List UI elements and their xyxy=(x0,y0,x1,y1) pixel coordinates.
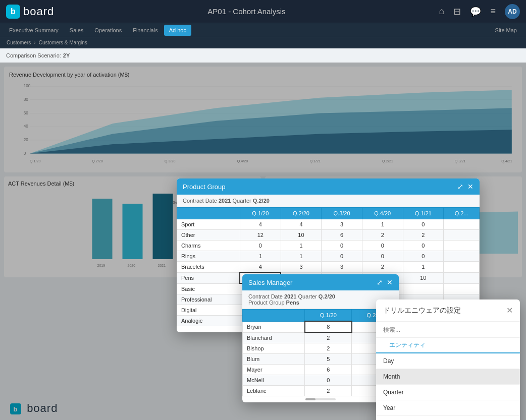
avatar[interactable]: AD xyxy=(505,4,520,19)
drill-section-customer: Customer xyxy=(376,416,520,420)
sales-manager-table: Q.1/20 Q.2/20 Bryan8 Blanchard2 Bishop2 … xyxy=(242,309,399,396)
table-row: Other1210622 xyxy=(177,230,480,241)
sales-manager-title: Sales Manager xyxy=(248,279,292,286)
subnav-financials[interactable]: Financials xyxy=(128,25,163,36)
app-title: AP01 - Cohort Analysis xyxy=(54,7,439,16)
col-header-q2-20: Q.2/20 xyxy=(281,208,322,219)
breadcrumb: Customers › Customers & Margins xyxy=(0,37,526,48)
col-header-q1-20: Q.1/20 xyxy=(240,208,281,219)
home-icon[interactable]: ⌂ xyxy=(439,6,445,17)
scenario-bar: Comparison Scenario: 2Y xyxy=(0,48,526,63)
subnav-adhoc[interactable]: Ad hoc xyxy=(164,25,191,36)
sales-manager-table-wrapper: Q.1/20 Q.2/20 Bryan8 Blanchard2 Bishop2 … xyxy=(242,309,399,396)
col-header-q4-20: Q.4/20 xyxy=(362,208,403,219)
table-row: Leblanc2 xyxy=(243,386,399,396)
table-row: Bracelets43321 xyxy=(177,262,480,273)
inbox-icon[interactable]: ⊟ xyxy=(453,6,461,17)
product-group-modal-header: Product Group ⤢ ✕ xyxy=(177,178,480,195)
sales-manager-subtitle: Contract Date 2021 Quarter Q.2/20 Produc… xyxy=(242,290,399,309)
breadcrumb-customers-margins[interactable]: Customers & Margins xyxy=(39,40,87,45)
product-group-header-icons: ⤢ ✕ xyxy=(457,183,474,191)
breadcrumb-customers[interactable]: Customers xyxy=(7,40,31,45)
drill-search-container xyxy=(376,322,520,338)
site-map-link[interactable]: Site Map xyxy=(490,25,522,36)
drill-item-year[interactable]: Year xyxy=(376,400,520,416)
product-group-title: Product Group xyxy=(183,183,226,191)
col-header-name xyxy=(177,208,240,219)
table-row: Rings11000 xyxy=(177,251,480,262)
table-row: Sport44310 xyxy=(177,219,480,230)
drill-anywhere-panel: ドリルエニウェアの設定 ✕ エンティティ Day Month Quarter Y… xyxy=(376,299,520,420)
sales-manager-header-icons: ⤢ ✕ xyxy=(377,278,393,286)
expand-icon[interactable]: ⤢ xyxy=(457,183,463,191)
table-row: Bryan8 xyxy=(243,321,399,332)
expand-icon-sales[interactable]: ⤢ xyxy=(377,278,383,286)
col-header-q2-21: Q.2... xyxy=(444,208,480,219)
drill-item-day[interactable]: Day xyxy=(376,353,520,369)
chat-icon[interactable]: 💬 xyxy=(470,6,481,17)
board-logo[interactable]: b board xyxy=(6,5,54,19)
close-icon[interactable]: ✕ xyxy=(467,183,474,191)
table-row: Blum5 xyxy=(243,354,399,365)
scenario-value: 2Y xyxy=(63,52,70,58)
subnav-executive-summary[interactable]: Executive Summary xyxy=(4,25,64,36)
drill-list: Day Month Quarter Year Customer Year of … xyxy=(376,353,520,420)
drill-header: ドリルエニウェアの設定 ✕ xyxy=(376,299,520,322)
col-header-q3-20: Q.3/20 xyxy=(322,208,362,219)
table-row: Mayer6 xyxy=(243,365,399,375)
table-row: Charms01000 xyxy=(177,241,480,251)
scenario-label: Comparison Scenario: xyxy=(6,52,61,58)
drill-search-input[interactable] xyxy=(383,325,513,334)
subnav-sales[interactable]: Sales xyxy=(65,25,89,36)
drill-tabs: エンティティ xyxy=(376,338,520,353)
sales-manager-scrollbar xyxy=(242,396,399,402)
table-row: Bishop2 xyxy=(243,343,399,354)
nav-icons: ⌂ ⊟ 💬 ≡ AD xyxy=(439,4,520,19)
product-group-subtitle: Contract Date 2021 Quarter Q.2/20 xyxy=(177,195,480,207)
sub-navigation: Executive Summary Sales Operations Finan… xyxy=(0,23,526,37)
drill-title: ドリルエニウェアの設定 xyxy=(383,306,461,315)
menu-icon[interactable]: ≡ xyxy=(490,6,496,17)
main-content: Revenue Development by year of activatio… xyxy=(0,63,526,420)
sales-manager-modal: Sales Manager ⤢ ✕ Contract Date 2021 Qua… xyxy=(242,274,399,402)
close-icon-sales[interactable]: ✕ xyxy=(387,278,393,286)
logo-b-icon: b xyxy=(6,5,20,19)
drill-item-quarter[interactable]: Quarter xyxy=(376,385,520,400)
drill-close-icon[interactable]: ✕ xyxy=(506,306,513,315)
logo-text: board xyxy=(23,5,54,18)
col-header-q1-21: Q.1/21 xyxy=(403,208,444,219)
table-row: McNeil0 xyxy=(243,375,399,386)
sales-manager-modal-header: Sales Manager ⤢ ✕ xyxy=(242,274,399,290)
subnav-operations[interactable]: Operations xyxy=(89,25,127,36)
drill-tab-entity[interactable]: エンティティ xyxy=(383,338,432,353)
table-row: Blanchard2 xyxy=(243,332,399,343)
drill-item-month[interactable]: Month xyxy=(376,369,520,385)
top-navigation: b board AP01 - Cohort Analysis ⌂ ⊟ 💬 ≡ A… xyxy=(0,0,526,23)
